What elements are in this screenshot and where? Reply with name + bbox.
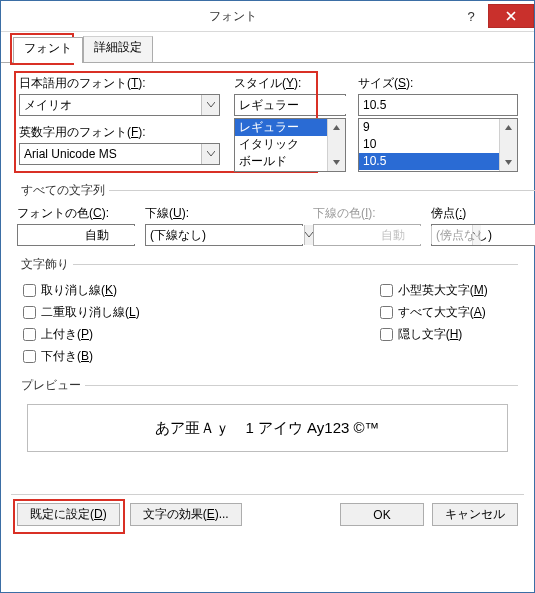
chevron-down-icon bbox=[305, 232, 313, 238]
ok-button[interactable]: OK bbox=[340, 503, 424, 526]
footer: 既定に設定(D) 文字の効果(E)... OK キャンセル bbox=[17, 503, 518, 530]
size-input[interactable] bbox=[359, 96, 517, 114]
style-scrollbar[interactable] bbox=[327, 119, 345, 171]
font-dialog: フォント ? フォント 詳細設定 日本語用のフォント(T): bbox=[0, 0, 535, 593]
all-caps-check[interactable]: すべて大文字(A) bbox=[380, 301, 518, 323]
window-title: フォント bbox=[11, 8, 454, 25]
style-listbox[interactable]: レギュラー イタリック ボールド bbox=[234, 118, 346, 172]
style-column: スタイル(Y): レギュラー イタリック ボールド bbox=[226, 73, 352, 174]
close-icon bbox=[506, 9, 516, 24]
ascii-font-input[interactable] bbox=[20, 145, 201, 163]
preview-group: プレビュー あア亜Ａｙ 1 アイウ Ay123 ©™ bbox=[17, 377, 518, 452]
all-text-legend: すべての文字列 bbox=[17, 182, 109, 199]
size-listbox[interactable]: 9 10 10.5 bbox=[358, 118, 518, 172]
chevron-down-icon bbox=[473, 232, 481, 238]
ascii-font-label: 英数字用のフォント(F): bbox=[19, 124, 220, 141]
size-option-9[interactable]: 9 bbox=[359, 119, 500, 136]
top-group: 日本語用のフォント(T): 英数字用のフォント(F): bbox=[17, 73, 518, 174]
style-input-box[interactable] bbox=[234, 94, 346, 116]
set-default-button[interactable]: 既定に設定(D) bbox=[17, 503, 120, 526]
underline-color-label: 下線の色(I): bbox=[313, 205, 421, 222]
all-text-group: すべての文字列 フォントの色(C): 下線(U): bbox=[17, 182, 535, 246]
underline-label: 下線(U): bbox=[145, 205, 303, 222]
scroll-down-icon[interactable] bbox=[328, 154, 345, 171]
hidden-check[interactable]: 隠し文字(H) bbox=[380, 323, 518, 345]
help-icon: ? bbox=[467, 9, 474, 24]
close-button[interactable] bbox=[488, 4, 534, 28]
tab-strip: フォント 詳細設定 bbox=[1, 36, 534, 63]
double-strike-check[interactable]: 二重取り消し線(L) bbox=[23, 301, 270, 323]
style-option-regular[interactable]: レギュラー bbox=[235, 119, 328, 136]
preview-box: あア亜Ａｙ 1 アイウ Ay123 ©™ bbox=[27, 404, 508, 452]
jp-font-combo[interactable] bbox=[19, 94, 220, 116]
size-input-box[interactable] bbox=[358, 94, 518, 116]
strike-check[interactable]: 取り消し線(K) bbox=[23, 279, 270, 301]
title-bar: フォント ? bbox=[1, 1, 534, 32]
underline-combo[interactable] bbox=[145, 224, 303, 246]
underline-color-combo bbox=[313, 224, 421, 246]
underline-color-value bbox=[314, 226, 472, 244]
font-name-column: 日本語用のフォント(T): 英数字用のフォント(F): bbox=[17, 73, 226, 174]
chevron-down-icon bbox=[207, 151, 215, 157]
dialog-content: 日本語用のフォント(T): 英数字用のフォント(F): bbox=[1, 63, 534, 592]
jp-font-label: 日本語用のフォント(T): bbox=[19, 75, 220, 92]
style-option-bold[interactable]: ボールド bbox=[235, 153, 328, 170]
scroll-up-icon[interactable] bbox=[328, 119, 345, 136]
preview-legend: プレビュー bbox=[17, 377, 85, 394]
footer-divider bbox=[11, 494, 524, 495]
superscript-check[interactable]: 上付き(P) bbox=[23, 323, 270, 345]
chevron-down-icon bbox=[207, 102, 215, 108]
style-option-italic[interactable]: イタリック bbox=[235, 136, 328, 153]
size-scrollbar[interactable] bbox=[499, 119, 517, 171]
underline-color-drop bbox=[472, 225, 481, 245]
emphasis-label: 傍点(:) bbox=[431, 205, 535, 222]
ascii-font-drop[interactable] bbox=[201, 144, 219, 164]
underline-color-block: 下線の色(I): bbox=[313, 205, 431, 246]
underline-drop[interactable] bbox=[304, 225, 313, 245]
ascii-font-combo[interactable] bbox=[19, 143, 220, 165]
scroll-down-icon[interactable] bbox=[500, 154, 517, 171]
style-label: スタイル(Y): bbox=[234, 75, 346, 92]
jp-font-drop[interactable] bbox=[201, 95, 219, 115]
tab-advanced[interactable]: 詳細設定 bbox=[83, 36, 153, 62]
size-column: サイズ(S): 9 10 10.5 bbox=[352, 73, 518, 174]
cancel-button[interactable]: キャンセル bbox=[432, 503, 518, 526]
help-button[interactable]: ? bbox=[454, 5, 488, 27]
scroll-up-icon[interactable] bbox=[500, 119, 517, 136]
font-color-label: フォントの色(C): bbox=[17, 205, 135, 222]
size-label: サイズ(S): bbox=[358, 75, 518, 92]
effects-group: 文字飾り 取り消し線(K) 二重取り消し線(L) 上付き(P) 下付き(B) 小… bbox=[17, 256, 518, 367]
small-caps-check[interactable]: 小型英大文字(M) bbox=[380, 279, 518, 301]
subscript-check[interactable]: 下付き(B) bbox=[23, 345, 270, 367]
size-option-10-5[interactable]: 10.5 bbox=[359, 153, 500, 170]
font-color-combo[interactable] bbox=[17, 224, 135, 246]
font-color-block: フォントの色(C): bbox=[17, 205, 145, 246]
underline-value[interactable] bbox=[146, 226, 304, 244]
text-effects-button[interactable]: 文字の効果(E)... bbox=[130, 503, 242, 526]
tab-font[interactable]: フォント bbox=[13, 37, 83, 63]
underline-block: 下線(U): bbox=[145, 205, 313, 246]
jp-font-input[interactable] bbox=[20, 96, 201, 114]
preview-text: あア亜Ａｙ 1 アイウ Ay123 ©™ bbox=[155, 419, 379, 438]
effects-legend: 文字飾り bbox=[17, 256, 73, 273]
size-option-10[interactable]: 10 bbox=[359, 136, 500, 153]
